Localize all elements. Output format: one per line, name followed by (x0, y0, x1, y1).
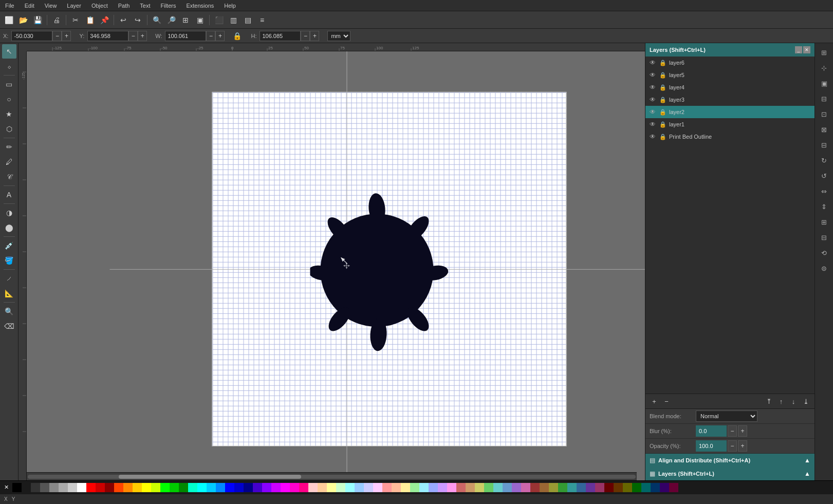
lock-icon[interactable]: 🔒 (233, 32, 242, 40)
layer2-lock-icon[interactable]: 🔒 (659, 108, 667, 116)
palette-swatch[interactable] (12, 483, 22, 492)
palette-swatch[interactable] (373, 483, 382, 492)
palette-swatch[interactable] (623, 483, 632, 492)
snap-node-button[interactable]: ⊹ (817, 61, 831, 75)
palette-swatch[interactable] (31, 483, 40, 492)
palette-swatch[interactable] (216, 483, 225, 492)
paste-button[interactable]: 📌 (98, 13, 111, 27)
view-grid-button[interactable]: ⊞ (817, 215, 831, 229)
view-guide-button[interactable]: ⊟ (817, 230, 831, 245)
palette-swatch[interactable] (660, 483, 669, 492)
palette-swatch[interactable] (40, 483, 49, 492)
layer4-eye-icon[interactable]: 👁 (649, 83, 657, 91)
layer-item-layer1[interactable]: 👁 🔒 layer1 (645, 118, 815, 130)
palette-swatch[interactable] (447, 483, 456, 492)
menu-edit[interactable]: Edit (22, 2, 38, 10)
palette-swatch[interactable] (253, 483, 262, 492)
copy-button[interactable]: 📋 (83, 13, 97, 27)
gradient-tool[interactable]: ◑ (2, 206, 16, 220)
align-left-button[interactable]: ⬛ (212, 13, 226, 27)
scroll-thumb[interactable] (119, 475, 301, 479)
connector-tool[interactable]: ⟋ (2, 271, 16, 286)
zoom-out-button[interactable]: 🔎 (164, 13, 178, 27)
palette-swatch[interactable] (429, 483, 438, 492)
transform-button[interactable]: ⟲ (817, 246, 831, 260)
rotate-cw-button[interactable]: ↻ (817, 153, 831, 167)
palette-swatch[interactable] (133, 483, 142, 492)
layer-item-layer2[interactable]: 👁 🔒 layer2 (645, 106, 815, 118)
palette-swatch[interactable] (77, 483, 86, 492)
palette-swatch[interactable] (96, 483, 105, 492)
menu-help[interactable]: Help (221, 2, 239, 10)
flip-h-button[interactable]: ⇔ (817, 184, 831, 198)
open-button[interactable]: 📂 (16, 13, 30, 27)
unit-select[interactable]: mmpxcmin (327, 31, 350, 41)
palette-swatch[interactable] (114, 483, 123, 492)
palette-swatch[interactable] (419, 483, 429, 492)
palette-swatch[interactable] (382, 483, 392, 492)
add-layer-button[interactable]: + (649, 396, 660, 407)
layer-move-down-button[interactable]: ↓ (788, 396, 799, 407)
w-input[interactable] (165, 31, 206, 41)
blend-mode-select[interactable]: Normal Multiply Screen Overlay Darken Li… (696, 410, 757, 422)
layer-move-bottom-button[interactable]: ⤓ (800, 396, 811, 407)
star-tool[interactable]: ★ (2, 107, 16, 121)
snap-bbox-button[interactable]: ▣ (817, 76, 831, 90)
menu-layer[interactable]: Layer (64, 2, 84, 10)
rotate-ccw-button[interactable]: ↺ (817, 169, 831, 183)
palette-swatch[interactable] (493, 483, 503, 492)
paint-tool[interactable]: 🪣 (2, 253, 16, 268)
snap-grid-button[interactable]: ⊞ (817, 45, 831, 60)
x-plus[interactable]: + (62, 31, 71, 41)
polygon-tool[interactable]: ⬡ (2, 122, 16, 136)
zoom-fit-fr-button[interactable]: ⊟ (817, 138, 831, 152)
text-tool[interactable]: A (2, 188, 16, 202)
layer1-lock-icon[interactable]: 🔒 (659, 120, 667, 128)
menu-path[interactable]: Path (115, 2, 133, 10)
palette-swatch[interactable] (271, 483, 281, 492)
palette-swatch[interactable] (160, 483, 170, 492)
palette-swatch[interactable] (364, 483, 373, 492)
menu-object[interactable]: Object (88, 2, 111, 10)
measure-tool[interactable]: 📐 (2, 286, 16, 301)
palette-swatch[interactable] (466, 483, 475, 492)
palette-swatch[interactable] (68, 483, 77, 492)
align-section-header[interactable]: ▤ Align and Distribute (Shift+Ctrl+A) ▲ (645, 454, 815, 467)
palette-swatch[interactable] (336, 483, 345, 492)
y-input[interactable] (87, 31, 128, 41)
blur-input[interactable] (696, 425, 727, 437)
w-plus[interactable]: + (215, 31, 225, 41)
eraser-tool[interactable]: ⌫ (2, 319, 16, 333)
layer-item-layer6[interactable]: 👁 🔒 layer6 (645, 57, 815, 69)
x-minus[interactable]: − (52, 31, 62, 41)
palette-swatch[interactable] (299, 483, 308, 492)
menu-view[interactable]: View (42, 2, 60, 10)
layer3-eye-icon[interactable]: 👁 (649, 96, 657, 104)
rect-tool[interactable]: ▭ (2, 77, 16, 91)
y-plus[interactable]: + (138, 31, 147, 41)
palette-swatch[interactable] (290, 483, 299, 492)
align-right-button[interactable]: ▤ (241, 13, 254, 27)
layer2-eye-icon[interactable]: 👁 (649, 108, 657, 116)
palette-swatch[interactable] (234, 483, 244, 492)
palette-swatch[interactable] (281, 483, 290, 492)
palette-swatch[interactable] (503, 483, 512, 492)
menu-filters[interactable]: Filters (158, 2, 179, 10)
palette-swatch[interactable] (540, 483, 549, 492)
panel-minimize-button[interactable]: _ (795, 46, 802, 53)
select-tool[interactable]: ↖ (2, 44, 16, 59)
save-button[interactable]: 💾 (31, 13, 44, 27)
layer-item-layer5[interactable]: 👁 🔒 layer5 (645, 69, 815, 81)
palette-swatch[interactable] (188, 483, 197, 492)
redo-button[interactable]: ↪ (131, 13, 144, 27)
palette-swatch[interactable] (105, 483, 114, 492)
palette-swatch[interactable] (410, 483, 419, 492)
palette-swatch[interactable] (22, 483, 31, 492)
printbed-eye-icon[interactable]: 👁 (649, 133, 657, 141)
blur-plus-button[interactable]: + (738, 425, 747, 437)
palette-swatch[interactable] (345, 483, 355, 492)
palette-swatch[interactable] (604, 483, 614, 492)
y-minus[interactable]: − (128, 31, 138, 41)
palette-swatch[interactable] (521, 483, 530, 492)
x-input[interactable] (11, 31, 52, 41)
